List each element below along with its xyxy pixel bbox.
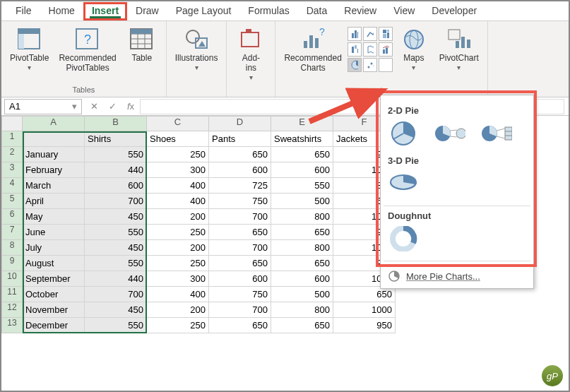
cell[interactable]: 600 [209, 271, 271, 287]
cell[interactable]: 650 [333, 287, 396, 302]
row-header[interactable]: 12 [1, 302, 23, 318]
cell[interactable]: Pants [209, 131, 271, 147]
cell[interactable]: August [23, 256, 85, 271]
pie-of-pie-option[interactable] [434, 121, 465, 145]
cell[interactable]: November [23, 302, 85, 318]
cell[interactable]: 250 [147, 225, 209, 240]
cell[interactable]: 700 [209, 209, 271, 225]
tab-developer[interactable]: Developer [423, 2, 485, 20]
row-header[interactable]: 13 [1, 318, 23, 333]
cell[interactable]: 700 [209, 240, 271, 256]
cell[interactable]: June [23, 225, 85, 240]
tab-page-layout[interactable]: Page Layout [167, 2, 240, 20]
tab-home[interactable]: Home [40, 2, 83, 20]
cell[interactable]: 550 [85, 225, 147, 240]
cell[interactable]: 400 [147, 178, 209, 194]
bar-of-pie-option[interactable] [481, 121, 512, 145]
cell[interactable]: 550 [271, 178, 333, 194]
cell[interactable]: 550 [85, 318, 147, 333]
pie-chart-button[interactable] [348, 58, 362, 72]
cell[interactable]: 750 [209, 194, 271, 209]
row-header[interactable]: 2 [1, 147, 23, 162]
cell[interactable]: 650 [209, 256, 271, 271]
col-header-C[interactable]: C [147, 116, 209, 131]
pivottable-button[interactable]: PivotTable ▾ [6, 24, 53, 74]
tab-review[interactable]: Review [336, 2, 385, 20]
recommended-pivottables-button[interactable]: ? Recommended PivotTables [54, 24, 120, 76]
cell[interactable]: 600 [271, 271, 333, 287]
cell[interactable]: 450 [85, 240, 147, 256]
enter-formula-button[interactable]: ✓ [103, 101, 121, 112]
cell[interactable]: February [23, 162, 85, 178]
cell[interactable]: 600 [209, 162, 271, 178]
cell[interactable]: 650 [209, 318, 271, 333]
cell[interactable]: 300 [147, 162, 209, 178]
cell[interactable]: 650 [209, 147, 271, 162]
row-header[interactable]: 1 [1, 131, 23, 147]
cell[interactable]: 440 [85, 271, 147, 287]
cell[interactable]: May [23, 209, 85, 225]
cell[interactable]: 700 [209, 302, 271, 318]
tab-data[interactable]: Data [298, 2, 336, 20]
cell[interactable]: April [23, 194, 85, 209]
line-chart-button[interactable] [363, 27, 377, 41]
cell[interactable]: 650 [209, 225, 271, 240]
col-header-B[interactable]: B [85, 116, 147, 131]
row-header[interactable]: 3 [1, 162, 23, 178]
cell[interactable]: 600 [85, 178, 147, 194]
cell[interactable]: 725 [209, 178, 271, 194]
cell[interactable]: 650 [271, 318, 333, 333]
name-box[interactable]: A1 ▾ [4, 99, 82, 114]
col-header-E[interactable]: E [271, 116, 333, 131]
pie-2d-option[interactable] [388, 121, 419, 145]
cell[interactable]: 600 [271, 162, 333, 178]
tab-formulas[interactable]: Formulas [239, 2, 297, 20]
cell[interactable]: 200 [147, 240, 209, 256]
cell[interactable]: 300 [147, 271, 209, 287]
cell[interactable]: 800 [271, 240, 333, 256]
row-header[interactable]: 4 [1, 178, 23, 194]
cell[interactable]: 400 [147, 194, 209, 209]
cell[interactable]: 750 [209, 287, 271, 302]
column-chart-button[interactable] [348, 27, 362, 41]
col-header-A[interactable]: A [23, 116, 85, 131]
cell[interactable]: 800 [271, 302, 333, 318]
tab-draw[interactable]: Draw [127, 2, 167, 20]
cell[interactable]: Sweatshirts [271, 131, 333, 147]
cell[interactable]: 500 [271, 287, 333, 302]
cell[interactable]: 800 [271, 209, 333, 225]
cell[interactable]: Shirts [85, 131, 147, 147]
more-pie-charts-button[interactable]: More Pie Charts... [388, 266, 526, 284]
waterfall-chart-button[interactable] [348, 42, 362, 57]
col-header-D[interactable]: D [209, 116, 271, 131]
row-header[interactable]: 9 [1, 256, 23, 271]
cell[interactable]: 700 [85, 194, 147, 209]
cell[interactable]: 200 [147, 302, 209, 318]
tab-file[interactable]: File [7, 2, 40, 20]
cell[interactable]: October [23, 287, 85, 302]
cell[interactable]: Shoes [147, 131, 209, 147]
tab-insert[interactable]: Insert [83, 2, 127, 20]
recommended-charts-button[interactable]: ? Recommended Charts [280, 24, 345, 76]
cell[interactable]: January [23, 147, 85, 162]
cell[interactable]: 250 [147, 318, 209, 333]
row-header[interactable]: 7 [1, 225, 23, 240]
cell[interactable]: 450 [85, 209, 147, 225]
cell[interactable]: 250 [147, 147, 209, 162]
row-header[interactable]: 8 [1, 240, 23, 256]
row-header[interactable]: 11 [1, 287, 23, 302]
cell[interactable]: 950 [333, 318, 396, 333]
cell[interactable]: 650 [271, 225, 333, 240]
row-header[interactable]: 5 [1, 194, 23, 209]
cell[interactable]: 1000 [333, 302, 396, 318]
row-header[interactable]: 6 [1, 209, 23, 225]
cell[interactable]: 440 [85, 162, 147, 178]
cell[interactable]: March [23, 178, 85, 194]
cell[interactable]: July [23, 240, 85, 256]
cell[interactable]: 450 [85, 302, 147, 318]
map-chart-button[interactable] [363, 42, 377, 57]
pie-3d-option[interactable] [388, 172, 419, 196]
cell[interactable]: September [23, 271, 85, 287]
scatter-chart-button[interactable] [363, 58, 377, 72]
cell[interactable]: 700 [85, 287, 147, 302]
